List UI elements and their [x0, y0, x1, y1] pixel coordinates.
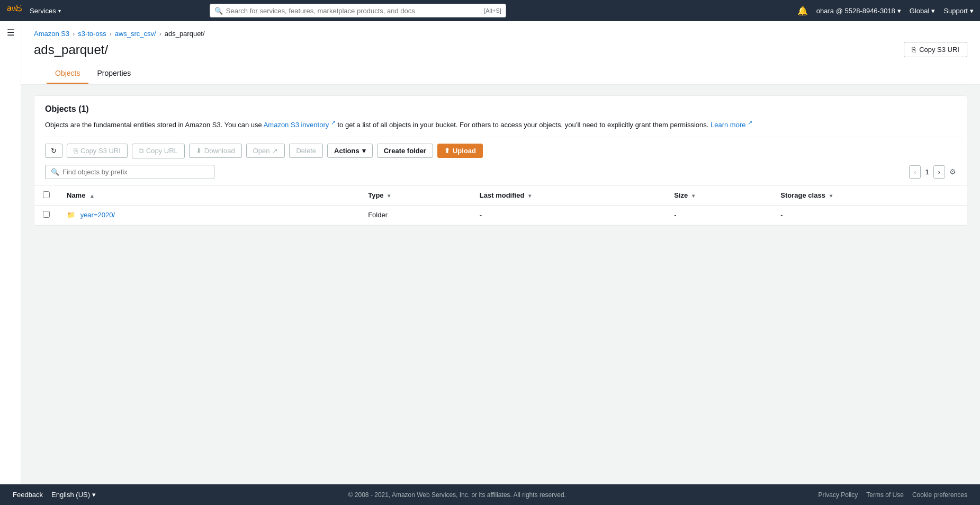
row-checkbox[interactable]	[43, 211, 50, 218]
language-selector[interactable]: English (US) ▾	[51, 491, 96, 499]
open-external-icon: ↗	[272, 147, 278, 155]
download-button[interactable]: ⬇ Download	[189, 144, 242, 158]
language-label: English (US)	[51, 491, 90, 499]
copy-s3-uri-toolbar-label: Copy S3 URI	[80, 147, 121, 155]
upload-icon: ⬆	[444, 147, 450, 155]
footer-copyright: © 2008 - 2021, Amazon Web Services, Inc.…	[96, 491, 819, 499]
objects-description: Objects are the fundamental entities sto…	[45, 118, 956, 130]
learn-more-link[interactable]: Learn more ↗	[711, 121, 752, 129]
upload-button[interactable]: ⬆ Upload	[437, 144, 483, 158]
nav-right: 🔔 ohara @ 5528-8946-3018 ▾ Global ▾ Supp…	[797, 6, 974, 16]
actions-button[interactable]: Actions ▾	[327, 144, 373, 158]
sidebar-toggle[interactable]: ☰	[0, 21, 21, 484]
breadcrumb-s3[interactable]: Amazon S3	[34, 30, 69, 38]
create-folder-label: Create folder	[384, 147, 426, 155]
hamburger-icon: ☰	[7, 28, 14, 484]
objects-title: Objects (1)	[45, 104, 956, 114]
support-menu[interactable]: Support ▾	[943, 7, 974, 15]
objects-section: Objects (1) Objects are the fundamental …	[34, 95, 967, 226]
search-icon: 🔍	[214, 7, 223, 15]
type-sort-icon[interactable]: ▾	[388, 193, 390, 199]
folder-icon: 📁	[67, 211, 75, 219]
row-size-cell: -	[666, 205, 772, 225]
aws-logo[interactable]	[6, 5, 23, 16]
breadcrumb-sep-2: ›	[110, 30, 112, 38]
copy-icon: ⎘	[912, 46, 916, 54]
objects-header: Objects (1) Objects are the fundamental …	[34, 96, 967, 137]
support-label: Support	[943, 7, 968, 15]
next-page-button[interactable]: ›	[933, 165, 945, 179]
prev-page-button[interactable]: ‹	[909, 165, 921, 179]
user-menu[interactable]: ohara @ 5528-8946-3018 ▾	[816, 7, 901, 15]
header-last-modified: Last modified ▾	[471, 185, 666, 205]
desc-pre: Objects are the fundamental entities sto…	[45, 121, 264, 129]
actions-chevron-icon: ▾	[362, 147, 366, 155]
size-sort-icon[interactable]: ▾	[692, 193, 695, 199]
toolbar: ↻ ⎘ Copy S3 URI ⧉ Copy URL ⬇ Download Op…	[34, 137, 967, 165]
breadcrumb-folder1[interactable]: aws_src_csv/	[115, 30, 156, 38]
create-folder-button[interactable]: Create folder	[377, 144, 433, 158]
header-checkbox-col	[34, 185, 58, 205]
region-chevron-icon: ▾	[931, 7, 935, 15]
folder-link[interactable]: year=2020/	[80, 211, 115, 219]
cookies-link[interactable]: Cookie preferences	[912, 491, 967, 499]
header-type: Type ▾	[359, 185, 471, 205]
copy-url-button[interactable]: ⧉ Copy URL	[132, 144, 185, 158]
copy-s3-uri-button[interactable]: ⎘ Copy S3 URI	[904, 42, 967, 57]
user-label: ohara @ 5528-8946-3018	[816, 7, 895, 15]
language-chevron-icon: ▾	[92, 491, 96, 499]
footer-right: Privacy Policy Terms of Use Cookie prefe…	[819, 491, 967, 499]
select-all-checkbox[interactable]	[43, 191, 50, 198]
footer-left: Feedback English (US) ▾	[13, 491, 96, 499]
open-button[interactable]: Open ↗	[246, 144, 285, 158]
prefix-search-icon: 🔍	[51, 168, 59, 176]
services-menu[interactable]: Services ▾	[30, 7, 61, 15]
prefix-search-input[interactable]	[62, 168, 209, 176]
tabs: Objects Properties	[34, 64, 967, 84]
download-label: Download	[204, 147, 235, 155]
region-menu[interactable]: Global ▾	[910, 7, 936, 15]
tab-properties[interactable]: Properties	[88, 64, 139, 84]
privacy-link[interactable]: Privacy Policy	[819, 491, 858, 499]
delete-button[interactable]: Delete	[289, 144, 323, 158]
layout: ☰ Amazon S3 › s3-to-oss › aws_src_csv/ ›…	[0, 21, 980, 484]
breadcrumb-bucket[interactable]: s3-to-oss	[78, 30, 106, 38]
row-last-modified-cell: -	[471, 205, 666, 225]
title-row: ads_parquet/ ⎘ Copy S3 URI	[34, 42, 967, 64]
storage-class-sort-icon[interactable]: ▾	[830, 193, 832, 199]
row-storage-class-cell: -	[772, 205, 967, 225]
delete-label: Delete	[296, 147, 316, 155]
prefix-search-wrap: 🔍	[45, 165, 214, 179]
last-modified-sort-icon[interactable]: ▾	[528, 193, 531, 199]
breadcrumb-sep-3: ›	[159, 30, 161, 38]
notifications-icon[interactable]: 🔔	[797, 6, 808, 16]
feedback-button[interactable]: Feedback	[13, 491, 43, 499]
region-label: Global	[910, 7, 930, 15]
breadcrumb-current: ads_parquet/	[165, 30, 205, 38]
inventory-link[interactable]: Amazon S3 inventory ↗	[264, 121, 336, 129]
copy-s3-uri-toolbar-button[interactable]: ⎘ Copy S3 URI	[67, 144, 128, 158]
pagination-settings-icon[interactable]: ⚙	[949, 167, 956, 176]
row-name-cell: 📁 year=2020/	[58, 205, 359, 225]
navbar: Services ▾ 🔍 [Alt+S] 🔔 ohara @ 5528-8946…	[0, 0, 980, 21]
terms-link[interactable]: Terms of Use	[866, 491, 904, 499]
user-chevron-icon: ▾	[897, 7, 901, 15]
actions-label: Actions	[334, 147, 359, 155]
table-row: 📁 year=2020/ Folder - - -	[34, 205, 967, 225]
refresh-button[interactable]: ↻	[45, 144, 62, 158]
name-sort-icon[interactable]: ▲	[89, 193, 95, 199]
global-search-bar[interactable]: 🔍 [Alt+S]	[210, 4, 506, 17]
tab-objects[interactable]: Objects	[47, 64, 88, 84]
header-size: Size ▾	[666, 185, 772, 205]
pagination: ‹ 1 › ⚙	[909, 165, 956, 179]
copy-uri-icon: ⎘	[74, 147, 78, 155]
copy-url-icon: ⧉	[139, 147, 143, 155]
refresh-icon: ↻	[51, 147, 57, 155]
row-type-cell: Folder	[359, 205, 471, 225]
page-header: Amazon S3 › s3-to-oss › aws_src_csv/ › a…	[21, 21, 980, 85]
search-input[interactable]	[226, 7, 484, 15]
support-chevron-icon: ▾	[970, 7, 974, 15]
header-storage-class: Storage class ▾	[772, 185, 967, 205]
objects-table: Name ▲ Type ▾ Last modified ▾ Size	[34, 185, 967, 225]
services-label: Services	[30, 7, 56, 15]
